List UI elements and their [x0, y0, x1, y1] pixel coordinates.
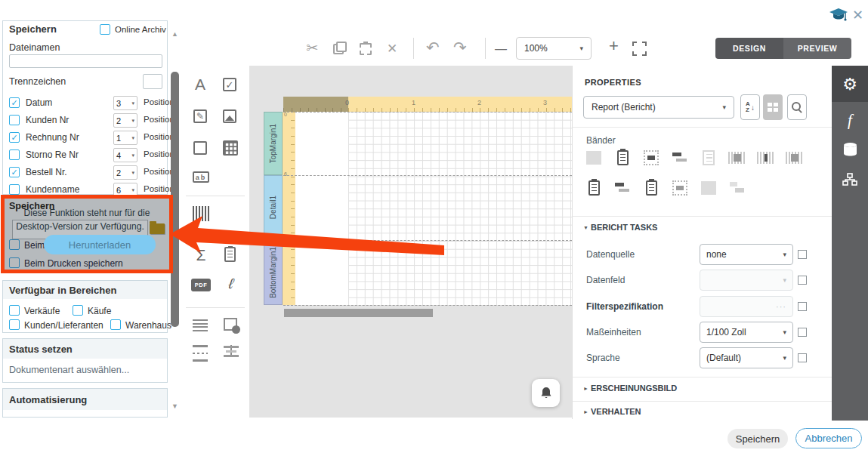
bestell-position-select[interactable]: 2▾ — [113, 165, 137, 180]
kunden-nr-position-select[interactable]: 2▾ — [113, 113, 137, 128]
datum-position-select[interactable]: 3▾ — [113, 96, 137, 110]
preview-tab[interactable]: PREVIEW — [783, 38, 851, 59]
storno-position-select[interactable]: 4▾ — [113, 148, 137, 162]
subreport-tool[interactable] — [193, 319, 208, 332]
zoom-select[interactable]: 100%▾ — [516, 37, 592, 60]
band-type-icon-3[interactable] — [642, 149, 660, 167]
kaeufe-checkbox[interactable] — [73, 305, 83, 316]
erscheinungsbild-header[interactable]: ► ERSCHEINUNGSBILD — [583, 384, 677, 393]
herunterladen-button[interactable]: Herunterladen — [44, 235, 156, 254]
text-tool[interactable]: A — [192, 76, 209, 93]
functions-icon[interactable]: f — [832, 111, 868, 130]
kundenname-label: Kundenname — [26, 184, 79, 195]
rechnung-nr-position-select[interactable]: 1▾ — [113, 131, 137, 145]
filterspezifikation-checkbox[interactable] — [798, 302, 807, 311]
design-tab[interactable]: DESIGN — [715, 38, 783, 59]
notifications-button[interactable] — [532, 379, 560, 407]
band-type-icon-7[interactable] — [757, 149, 775, 167]
undo-icon[interactable]: ↶ — [426, 40, 440, 54]
band-type-icon-4[interactable] — [671, 149, 689, 167]
band-type-icon-14[interactable] — [728, 179, 746, 197]
component-toolbox: A ✓ ✎ ab Σ PDF ℓ — [181, 66, 249, 418]
band-type-icon-5[interactable] — [700, 149, 718, 167]
pdf-tool[interactable]: PDF — [191, 279, 211, 291]
band-type-icon-11[interactable] — [642, 179, 660, 197]
bericht-tasks-header[interactable]: ▼ BERICHT TASKS — [583, 223, 657, 232]
sort-az-button[interactable]: AZ ↓ — [740, 94, 760, 120]
fullscreen-icon[interactable] — [632, 41, 647, 57]
band-type-icon-1[interactable] — [585, 149, 603, 167]
barcode-tool[interactable] — [193, 206, 209, 221]
text-in-cells-tool[interactable]: ab — [193, 171, 209, 183]
cancel-button[interactable]: Abbrechen — [795, 428, 862, 448]
band-type-icon-6[interactable] — [728, 149, 746, 167]
band-label-bottommargin[interactable]: BottomMargin1 — [264, 240, 283, 305]
masseinheiten-checkbox[interactable] — [798, 328, 807, 337]
beim-drucken-checkbox[interactable] — [9, 257, 20, 268]
verkaeufe-checkbox[interactable] — [9, 305, 20, 316]
category-view-button[interactable] — [763, 94, 783, 120]
trennzeichen-input[interactable] — [143, 74, 162, 89]
datenquelle-select[interactable]: none▾ — [700, 244, 793, 265]
storno-checkbox[interactable] — [9, 149, 20, 160]
online-archiv-checkbox[interactable] — [100, 24, 110, 35]
image-tool[interactable] — [223, 109, 236, 123]
cut-icon[interactable]: ✂ — [306, 41, 318, 55]
band-type-icon-2[interactable] — [613, 149, 632, 167]
table-tool[interactable] — [223, 140, 238, 156]
kunden-lieferanten-checkbox[interactable] — [9, 319, 20, 330]
zoom-in-icon[interactable]: + — [609, 39, 619, 53]
close-icon[interactable]: ✕ — [852, 7, 863, 23]
band-tool[interactable] — [193, 345, 208, 362]
kundenname-checkbox[interactable] — [9, 184, 20, 195]
band-label-topmargin[interactable]: TopMargin1 — [264, 112, 283, 175]
datum-checkbox[interactable]: ✓ — [9, 97, 20, 108]
rich-text-tool[interactable]: ✎ — [193, 109, 207, 123]
areas-section: Verfügbar in Bereichen Verkäufe Käufe Ku… — [2, 280, 168, 333]
redo-icon[interactable]: ↷ — [453, 40, 467, 54]
scroll-down-icon[interactable]: ▼ — [171, 402, 178, 410]
report-tree-icon[interactable] — [832, 173, 868, 186]
beim-speichern-checkbox[interactable] — [9, 239, 20, 250]
canvas-hscrollbar[interactable] — [284, 309, 433, 317]
highlighted-save-section: Speichern Diese Funktion steht nur für d… — [1, 195, 173, 273]
dateinamen-input[interactable] — [9, 54, 162, 68]
sprache-checkbox[interactable] — [798, 353, 807, 362]
design-canvas[interactable]: 0 1 2 3 TopMargin1 Detail1 BottomMargin1… — [249, 66, 572, 418]
dokumentenart-select[interactable]: Dokumentenart auswählen... — [9, 365, 129, 375]
ruler-number: 0 — [345, 99, 349, 106]
signature-tool[interactable]: ℓ — [221, 276, 240, 292]
shape-tool[interactable] — [193, 141, 207, 155]
search-properties-button[interactable] — [787, 94, 807, 120]
panel-tool[interactable] — [224, 247, 236, 262]
checkbox-tool[interactable]: ✓ — [223, 78, 236, 91]
warenhaus-checkbox[interactable] — [110, 319, 121, 330]
band-type-icon-10[interactable] — [613, 179, 632, 197]
data-source-icon[interactable] — [832, 143, 868, 156]
save-button[interactable]: Speichern — [727, 429, 788, 448]
settings-gear-icon[interactable]: ⚙ — [832, 75, 868, 94]
masseinheiten-select[interactable]: 1/100 Zoll▾ — [700, 322, 793, 343]
verhalten-header[interactable]: ► VERHALTEN — [583, 407, 641, 416]
band-type-icon-13[interactable] — [700, 179, 718, 197]
datenquelle-checkbox[interactable] — [798, 250, 807, 259]
delete-icon[interactable]: ✕ — [387, 42, 397, 56]
band-type-icon-9[interactable] — [585, 179, 603, 197]
datenfeld-select[interactable]: ▾ — [700, 270, 793, 291]
band-type-icon-8[interactable] — [786, 149, 804, 167]
zoom-out-icon[interactable]: — — [495, 42, 507, 56]
datenfeld-checkbox[interactable] — [798, 276, 807, 285]
band-label-detail[interactable]: Detail1 — [264, 175, 283, 240]
component-selector[interactable]: Report (Bericht)▾ — [583, 96, 734, 119]
report-page[interactable] — [295, 112, 572, 305]
align-tool[interactable] — [224, 345, 239, 357]
filterspezifikation-input[interactable]: ··· — [700, 296, 793, 317]
band-type-icon-12[interactable] — [671, 179, 689, 197]
scroll-up-icon[interactable]: ▲ — [171, 30, 178, 38]
kunden-nr-checkbox[interactable] — [9, 115, 20, 125]
bestell-checkbox[interactable]: ✓ — [9, 167, 20, 177]
total-tool[interactable]: Σ — [193, 247, 209, 263]
sprache-select[interactable]: (Default)▾ — [700, 347, 793, 368]
info-rect-tool[interactable] — [224, 318, 237, 330]
rechnung-nr-checkbox[interactable]: ✓ — [9, 132, 20, 143]
